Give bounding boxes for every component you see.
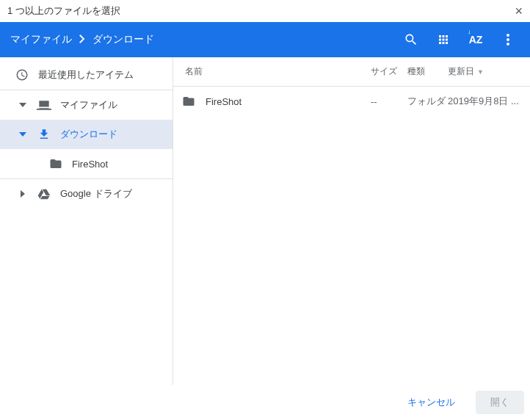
file-size: -- — [371, 96, 407, 107]
col-name[interactable]: 名前 — [182, 65, 371, 78]
sidebar-item-fireshot[interactable]: FireShot — [0, 149, 173, 178]
grid-view-icon[interactable] — [436, 32, 451, 47]
clock-icon — [15, 68, 29, 82]
folder-icon — [182, 95, 197, 108]
footer: キャンセル 開く — [0, 385, 530, 420]
svg-point-0 — [507, 34, 509, 37]
gdrive-icon — [37, 187, 51, 201]
file-date: 2019年9月8日 ... — [448, 95, 521, 108]
chevron-right-icon — [79, 34, 85, 46]
breadcrumb-root[interactable]: マイファイル — [10, 33, 72, 46]
sidebar-item-gdrive[interactable]: Google ドライブ — [0, 179, 173, 209]
sidebar-item-label: Google ドライブ — [60, 187, 132, 200]
sidebar-item-label: マイファイル — [60, 98, 117, 112]
sidebar: 最近使用したアイテム マイファイル ダウンロード — [0, 57, 173, 385]
sort-desc-icon: ▼ — [477, 68, 484, 76]
close-icon[interactable]: × — [515, 4, 523, 18]
breadcrumb-current[interactable]: ダウンロード — [92, 33, 154, 46]
chevron-down-icon[interactable] — [18, 103, 28, 107]
sidebar-item-downloads[interactable]: ダウンロード — [0, 120, 173, 149]
sidebar-item-label: 最近使用したアイテム — [38, 68, 134, 82]
sort-icon[interactable]: ↓ AZ — [468, 32, 483, 47]
laptop-icon — [37, 98, 51, 112]
download-icon — [37, 127, 51, 142]
file-name: FireShot — [206, 96, 371, 107]
open-button[interactable]: 開く — [476, 391, 524, 414]
col-date[interactable]: 更新日 ▼ — [448, 65, 521, 78]
file-list: 名前 サイズ 種類 更新日 ▼ FireShot -- フォルダ 2019年9月… — [173, 57, 530, 385]
sidebar-item-myfiles[interactable]: マイファイル — [0, 90, 173, 120]
sidebar-item-recent[interactable]: 最近使用したアイテム — [0, 60, 173, 90]
dialog-title: 1 つ以上のファイルを選択 — [7, 4, 120, 18]
chevron-down-icon[interactable] — [18, 132, 28, 137]
col-size[interactable]: サイズ — [371, 65, 407, 78]
search-icon[interactable] — [404, 32, 418, 47]
col-type[interactable]: 種類 — [407, 65, 448, 78]
svg-point-2 — [507, 43, 509, 46]
svg-point-1 — [507, 38, 509, 41]
more-icon[interactable] — [501, 32, 515, 47]
file-type: フォルダ — [407, 95, 448, 108]
header-actions: ↓ AZ — [404, 32, 524, 47]
cancel-button[interactable]: キャンセル — [393, 391, 470, 414]
titlebar: 1 つ以上のファイルを選択 × — [0, 0, 530, 22]
folder-icon — [48, 156, 63, 171]
sidebar-item-label: ダウンロード — [60, 128, 117, 141]
chevron-right-icon[interactable] — [18, 190, 28, 198]
column-headers: 名前 サイズ 種類 更新日 ▼ — [173, 57, 530, 87]
sidebar-item-label: FireShot — [72, 159, 108, 170]
file-row[interactable]: FireShot -- フォルダ 2019年9月8日 ... — [173, 87, 530, 116]
breadcrumb: マイファイル ダウンロード — [10, 33, 404, 46]
header: マイファイル ダウンロード ↓ AZ — [0, 22, 530, 57]
